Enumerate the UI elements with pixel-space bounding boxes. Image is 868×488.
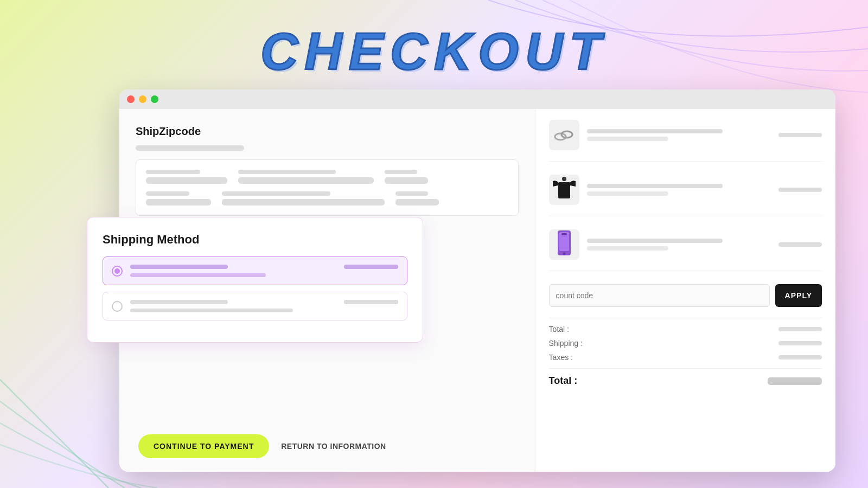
total-value bbox=[768, 377, 822, 385]
svg-rect-2 bbox=[558, 182, 570, 198]
form-field-3 bbox=[385, 170, 428, 184]
field-val-3 bbox=[385, 177, 428, 184]
page-title: CHECKOUT bbox=[260, 22, 608, 81]
field-val-1 bbox=[146, 177, 227, 184]
apply-coupon-button[interactable]: APPLY bbox=[775, 284, 822, 307]
field-label-1 bbox=[146, 170, 200, 174]
product-image-phone bbox=[549, 229, 579, 260]
product-info-rings bbox=[587, 129, 771, 141]
field-val-2 bbox=[238, 177, 374, 184]
svg-point-6 bbox=[563, 253, 565, 255]
field-label-4 bbox=[146, 191, 189, 196]
window-minimize-dot[interactable] bbox=[139, 95, 146, 103]
field-val-6 bbox=[395, 199, 439, 206]
product-price-phone bbox=[778, 242, 822, 247]
shipping-value bbox=[778, 341, 822, 345]
price-val-rings bbox=[778, 133, 822, 137]
field-label-6 bbox=[395, 191, 428, 196]
shipping-option-1-row bbox=[130, 265, 398, 269]
product-name-tshirt bbox=[587, 184, 723, 188]
shipping-option-2[interactable] bbox=[103, 292, 407, 320]
total-row: Total : bbox=[549, 375, 822, 387]
price-val-phone bbox=[778, 242, 822, 247]
shipping-desc-1 bbox=[130, 273, 266, 277]
coupon-area: APPLY bbox=[549, 284, 822, 307]
field-label-2 bbox=[238, 170, 336, 174]
shipping-price-1 bbox=[344, 265, 398, 269]
product-info-tshirt bbox=[587, 184, 771, 196]
phone-icon bbox=[554, 229, 574, 260]
subtotal-label: Total : bbox=[549, 325, 569, 333]
ship-zipcode-section: ShipZipcode bbox=[136, 125, 519, 151]
price-val-tshirt bbox=[778, 188, 822, 192]
return-to-information-button[interactable]: RETURN TO INFORMATION bbox=[281, 442, 386, 451]
product-item-rings bbox=[549, 120, 822, 162]
shipping-name-2 bbox=[130, 300, 228, 304]
shipping-price-2 bbox=[344, 300, 398, 304]
right-panel: APPLY Total : Shipping : Taxes : Total : bbox=[535, 109, 835, 472]
zipcode-bar bbox=[136, 145, 244, 151]
shipping-method-card: Shipping Method bbox=[87, 217, 423, 343]
product-info-phone bbox=[587, 239, 771, 251]
field-val-4 bbox=[146, 199, 211, 206]
shipping-option-2-content bbox=[130, 300, 398, 312]
ship-zipcode-title: ShipZipcode bbox=[136, 125, 519, 138]
shipping-radio-2[interactable] bbox=[112, 301, 123, 312]
product-desc-phone bbox=[587, 246, 668, 251]
product-price-rings bbox=[778, 133, 822, 137]
window-maximize-dot[interactable] bbox=[151, 95, 158, 103]
shipping-method-title: Shipping Method bbox=[103, 233, 407, 247]
address-form bbox=[136, 159, 519, 216]
form-field-4 bbox=[146, 191, 211, 206]
svg-rect-7 bbox=[561, 233, 567, 235]
field-label-5 bbox=[222, 191, 330, 196]
product-price-tshirt bbox=[778, 188, 822, 192]
continue-to-payment-button[interactable]: CONTINUE TO PAYMENT bbox=[138, 434, 269, 458]
subtotal-row: Total : bbox=[549, 325, 822, 333]
browser-titlebar bbox=[119, 89, 835, 109]
form-row-2 bbox=[146, 191, 508, 206]
form-field-2 bbox=[238, 170, 374, 184]
product-image-tshirt bbox=[549, 175, 579, 205]
shipping-option-1-content bbox=[130, 265, 398, 277]
bottom-buttons: CONTINUE TO PAYMENT RETURN TO INFORMATIO… bbox=[138, 434, 386, 458]
taxes-label: Taxes : bbox=[549, 353, 573, 362]
subtotal-value bbox=[778, 327, 822, 331]
rings-icon bbox=[551, 121, 578, 149]
product-desc-tshirt bbox=[587, 191, 668, 196]
product-item-tshirt bbox=[549, 175, 822, 216]
shipping-desc-2 bbox=[130, 309, 293, 312]
shipping-row: Shipping : bbox=[549, 339, 822, 348]
form-row-1 bbox=[146, 170, 508, 184]
shipping-radio-1[interactable] bbox=[112, 266, 123, 277]
field-val-5 bbox=[222, 199, 385, 206]
product-image-rings bbox=[549, 120, 579, 150]
form-field-6 bbox=[395, 191, 439, 206]
shipping-label: Shipping : bbox=[549, 339, 583, 348]
taxes-value bbox=[778, 355, 822, 359]
tshirt-icon bbox=[551, 175, 578, 205]
shipping-option-1[interactable] bbox=[103, 256, 407, 285]
product-desc-rings bbox=[587, 137, 668, 141]
coupon-input[interactable] bbox=[549, 284, 770, 307]
field-label-3 bbox=[385, 170, 417, 174]
window-close-dot[interactable] bbox=[127, 95, 135, 103]
product-item-phone bbox=[549, 229, 822, 271]
taxes-row: Taxes : bbox=[549, 353, 822, 362]
shipping-option-2-row bbox=[130, 300, 398, 304]
product-name-phone bbox=[587, 239, 723, 243]
summary-divider-2 bbox=[549, 368, 822, 369]
svg-point-3 bbox=[562, 177, 566, 181]
shipping-name-1 bbox=[130, 265, 228, 269]
summary-divider-1 bbox=[549, 318, 822, 318]
form-field-1 bbox=[146, 170, 227, 184]
form-field-5 bbox=[222, 191, 385, 206]
total-label: Total : bbox=[549, 375, 578, 387]
product-name-rings bbox=[587, 129, 723, 133]
